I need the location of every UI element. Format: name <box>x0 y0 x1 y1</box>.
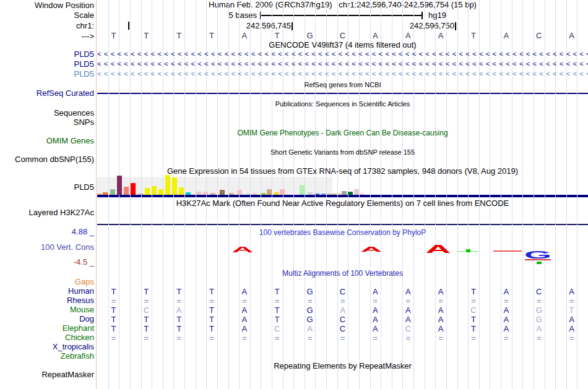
species-label-human[interactable]: Human <box>0 287 94 296</box>
scale-ruler-line <box>260 15 423 16</box>
alignment-base-mouse: T <box>196 306 228 315</box>
alignment-base-mouse: G <box>522 306 555 315</box>
gtex-expression-bar <box>124 187 129 195</box>
alignment-base-dog: A <box>425 315 457 324</box>
gtex-expression-bar <box>332 194 336 195</box>
alignment-base-rhesus: = <box>196 296 228 306</box>
track-label-refseq-curated[interactable]: RefSeq Curated <box>0 89 94 98</box>
alignment-base-rhesus: = <box>228 296 261 306</box>
title-repeatmasker: Repeating Elements by RepeatMasker <box>97 362 588 370</box>
alignment-base-dog: A <box>392 315 425 324</box>
gtex-expression-bar <box>103 192 108 195</box>
title-dbsnp: Short Genetic Variants from dbSNP releas… <box>97 148 588 156</box>
track-label-layered-h3k27ac[interactable]: Layered H3K27Ac <box>0 208 94 217</box>
alignment-base-rhesus: = <box>457 296 490 306</box>
title-h3k27ac: H3K27Ac Mark (Often Found Near Active Re… <box>97 199 588 208</box>
pld5-transcript[interactable]: <<<<<<<<<<<<<<<<<<<<<<<<<<<<<<<<<<<<<<<<… <box>97 70 588 78</box>
track-label-pld5-transcript-1[interactable]: PLD5 <box>0 50 94 59</box>
alignment-base-chicken: = <box>490 333 522 343</box>
species-label-dog[interactable]: Dog <box>0 315 94 323</box>
alignment-base-elephant: A <box>293 324 326 333</box>
species-label-rhesus[interactable]: Rhesus <box>0 296 94 305</box>
gtex-expression-bar <box>158 189 163 195</box>
position-tick-minor <box>128 22 129 30</box>
position-tick-left <box>292 22 293 30</box>
gtex-expression-bar <box>237 190 242 195</box>
refseq-curated-track-line[interactable] <box>97 93 588 94</box>
track-label-gtex-pld5[interactable]: PLD5 <box>0 183 94 192</box>
alignment-base-mouse: A <box>490 306 522 315</box>
alignment-base-chicken: = <box>522 333 555 343</box>
species-label-x-tropicalis[interactable]: X_tropicalis <box>0 343 94 351</box>
alignment-base-rhesus: = <box>425 296 457 306</box>
pld5-transcript[interactable]: <<<<<<<<<<<<<<<<<<<<<<<<<<<<<<<<<<<<<<<<… <box>97 50 588 58</box>
alignment-base-chicken: = <box>392 333 425 343</box>
gtex-expression-bar <box>97 194 102 195</box>
track-label-100-vert-cons[interactable]: 100 Vert. Cons <box>0 243 94 252</box>
alignment-base-elephant: C <box>261 324 293 333</box>
gtex-expression-bar <box>308 192 313 195</box>
base-letter: A <box>228 32 261 40</box>
conservation-logo-line <box>525 259 551 260</box>
alignment-base-dog: A <box>555 315 588 324</box>
alignment-base-dog: A <box>490 315 522 324</box>
gtex-expression-bar <box>152 186 157 195</box>
track-label-sequences[interactable]: Sequences <box>0 109 94 118</box>
alignment-base-chicken: = <box>163 333 196 343</box>
genome-browser-image[interactable]: Human Feb. 2009 (GRCh37/hg19) chr1:242,5… <box>0 0 588 389</box>
gtex-baseline[interactable] <box>97 195 588 197</box>
alignment-base-dog: T <box>97 315 130 324</box>
h3k27ac-baseline[interactable] <box>97 224 588 225</box>
track-label-omim-genes[interactable]: OMIM Genes <box>0 137 94 145</box>
alignment-base-elephant: A <box>228 324 261 333</box>
scale-value: 5 bases <box>97 11 257 20</box>
alignment-base-rhesus: = <box>97 296 130 306</box>
track-label-pld5-transcript-3[interactable]: PLD5 <box>0 70 94 79</box>
assembly-badge: hg19 <box>428 11 446 20</box>
alignment-base-rhesus: = <box>261 296 293 306</box>
conservation-logo-dot <box>537 262 542 264</box>
alignment-base-elephant: C <box>326 324 359 333</box>
gtex-expression-bar <box>280 189 285 195</box>
species-label-chicken[interactable]: Chicken <box>0 333 94 342</box>
alignment-base-rhesus: = <box>326 296 359 306</box>
alignment-base-elephant: C <box>392 324 425 333</box>
alignment-base-dog: G <box>293 315 326 324</box>
species-label-mouse[interactable]: Mouse <box>0 306 94 314</box>
gtex-expression-bar <box>145 188 150 195</box>
alignment-base-mouse: A <box>326 306 359 315</box>
alignment-base-mouse: A <box>425 306 457 315</box>
alignment-base-mouse: T <box>261 306 293 315</box>
conservation-logo-dot <box>466 249 470 252</box>
alignment-base-human: A <box>228 287 261 296</box>
alignment-base-mouse: C <box>457 306 490 315</box>
track-label-pld5-transcript-2[interactable]: PLD5 <box>0 60 94 69</box>
pld5-transcript[interactable]: <<<<<<<<<<<<<<<<<<<<<<<<<<<<<<<<<<<<<<<<… <box>97 60 588 68</box>
alignment-base-human: T <box>261 287 293 296</box>
alignment-base-human: A <box>425 287 457 296</box>
alignment-base-elephant: A <box>425 324 457 333</box>
gtex-expression-bar <box>247 194 251 195</box>
species-label-gaps[interactable]: Gaps <box>0 278 94 286</box>
track-label-repeatmasker[interactable]: RepeatMasker <box>0 370 94 379</box>
alignment-base-rhesus: = <box>130 296 163 306</box>
alignment-base-dog: A <box>228 315 261 324</box>
gtex-expression-bar <box>179 187 184 195</box>
alignment-base-elephant: A <box>555 324 588 333</box>
alignment-base-mouse: G <box>293 306 326 315</box>
alignment-base-elephant: A <box>359 324 392 333</box>
track-label-snps[interactable]: SNPs <box>0 118 94 127</box>
title-gencode: GENCODE V49lift37 (4 items filtered out) <box>97 41 588 49</box>
species-label-zebrafish[interactable]: Zebrafish <box>0 352 94 361</box>
alignment-base-dog: T <box>261 315 293 324</box>
alignment-base-mouse: A <box>359 306 392 315</box>
alignment-base-human: A <box>555 287 588 296</box>
species-label-elephant[interactable]: Elephant <box>0 324 94 333</box>
track-label-common-dbsnp[interactable]: Common dbSNP(155) <box>0 155 94 164</box>
base-letter: A <box>425 32 457 40</box>
gtex-expression-bar <box>229 193 234 195</box>
alignment-base-elephant: T <box>163 324 196 333</box>
alignment-base-rhesus: = <box>522 296 555 306</box>
alignment-base-chicken: = <box>359 333 392 343</box>
base-letter: A <box>555 32 588 40</box>
